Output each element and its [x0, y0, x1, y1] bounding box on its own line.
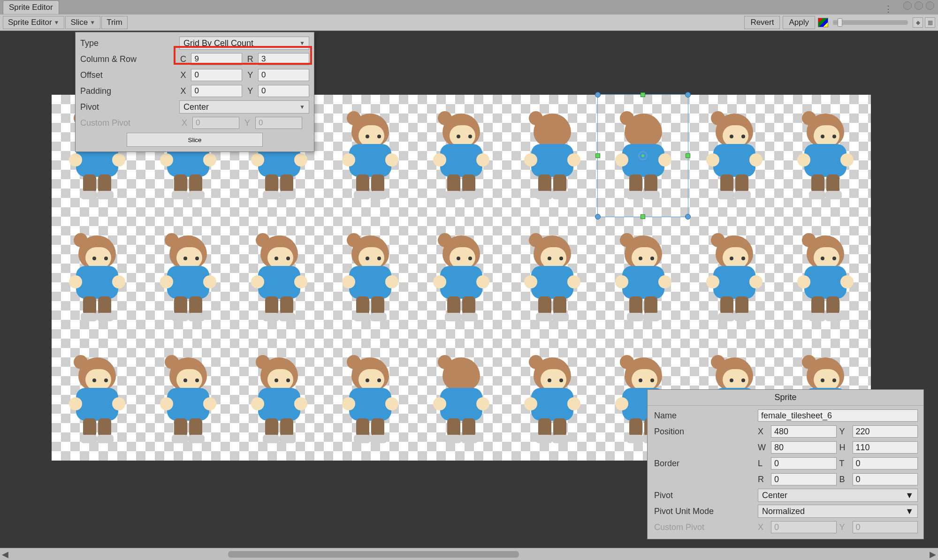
trim-button[interactable]: Trim	[101, 16, 127, 29]
maximize-icon[interactable]	[915, 1, 923, 10]
x-prefix: X	[178, 86, 189, 96]
scroll-left-icon[interactable]: ◀	[0, 549, 10, 560]
sprite-cell[interactable]	[234, 339, 325, 461]
slice-button[interactable]: Slice	[127, 133, 263, 147]
selection-box[interactable]	[597, 94, 688, 217]
sprite-editor-dropdown[interactable]: Sprite Editor ▼	[3, 16, 64, 29]
selection-edge-handle[interactable]	[595, 153, 600, 158]
scroll-track[interactable]	[12, 550, 926, 559]
l-label: L	[758, 459, 769, 469]
offset-y-input[interactable]: 0	[258, 69, 309, 81]
sprite-cell[interactable]	[143, 217, 234, 339]
pivot-dropdown[interactable]: Center ▼	[758, 489, 918, 502]
pivot-label: Pivot	[654, 491, 755, 500]
pivot-unit-value: Normalized	[762, 507, 805, 516]
scroll-right-icon[interactable]: ▶	[928, 549, 938, 560]
border-l-input[interactable]: 0	[771, 457, 837, 469]
column-input[interactable]: 9	[191, 53, 242, 65]
chevron-down-icon: ▼	[299, 40, 305, 46]
minimize-icon[interactable]	[903, 1, 912, 10]
custom-pivot-y-input: 0	[255, 117, 302, 129]
gizmo-icon[interactable]: ◆	[913, 17, 923, 28]
selection-handle[interactable]	[595, 214, 601, 219]
chevron-down-icon: ▼	[54, 19, 60, 26]
alpha-slider[interactable]	[833, 20, 908, 25]
chevron-down-icon: ▼	[299, 104, 305, 110]
type-dropdown[interactable]: Grid By Cell Count ▼	[179, 37, 309, 50]
sprite-cell[interactable]	[507, 95, 598, 217]
toolbar: Sprite Editor ▼ Slice ▼ Trim Revert Appl…	[0, 14, 938, 31]
sprite-cell[interactable]	[416, 95, 507, 217]
pos-y-input[interactable]: 220	[853, 425, 918, 438]
column-prefix: C	[178, 54, 189, 64]
chevron-down-icon: ▼	[905, 491, 914, 500]
selection-handle[interactable]	[685, 92, 691, 98]
sprite-cell[interactable]	[52, 217, 143, 339]
type-label: Type	[80, 38, 176, 48]
offset-x-input[interactable]: 0	[191, 69, 242, 81]
sprite-cell[interactable]	[689, 95, 780, 217]
sprite-cell[interactable]	[780, 217, 871, 339]
sprite-cell[interactable]	[507, 217, 598, 339]
slice-popup: Type Grid By Cell Count ▼ Column & Row C…	[75, 32, 314, 152]
view-icon[interactable]: ▦	[925, 17, 935, 28]
tab-overflow-icon[interactable]: ⋮	[884, 4, 893, 14]
border-b-input[interactable]: 0	[853, 473, 918, 485]
sprite-cell[interactable]	[52, 339, 143, 461]
custom-pivot-label: Custom Pivot	[80, 118, 176, 128]
row-input[interactable]: 3	[258, 53, 309, 65]
custom-pivot-x-input: 0	[192, 117, 239, 129]
slice-dropdown[interactable]: Slice ▼	[65, 16, 100, 29]
selection-handle[interactable]	[595, 92, 601, 98]
horizontal-scrollbar[interactable]: ◀ ▶	[0, 548, 938, 560]
sprite-cell[interactable]	[507, 339, 598, 461]
r-label: R	[758, 475, 769, 484]
revert-button[interactable]: Revert	[744, 16, 780, 29]
color-swatch-icon[interactable]	[818, 18, 828, 27]
window-buttons	[903, 1, 934, 10]
sprite-cell[interactable]	[780, 95, 871, 217]
row-prefix: R	[245, 54, 255, 64]
name-input[interactable]: female_tilesheet_6	[758, 409, 918, 422]
pivot-unit-label: Pivot Unit Mode	[654, 507, 755, 516]
custom-pivot-x-input: 0	[771, 521, 837, 533]
position-label: Position	[654, 427, 755, 437]
column-row-label: Column & Row	[80, 54, 175, 64]
pivot-label: Pivot	[80, 102, 176, 112]
sprite-cell[interactable]	[325, 339, 416, 461]
offset-label: Offset	[80, 70, 175, 80]
pos-x-input[interactable]: 480	[771, 425, 837, 438]
pos-h-input[interactable]: 110	[853, 441, 918, 454]
pos-w-input[interactable]: 80	[771, 441, 837, 454]
border-t-input[interactable]: 0	[853, 457, 918, 469]
pivot-center-icon	[641, 154, 644, 157]
sprite-cell[interactable]	[416, 217, 507, 339]
slider-thumb[interactable]	[838, 18, 842, 27]
name-label: Name	[654, 411, 755, 421]
selection-handle[interactable]	[685, 214, 691, 219]
padding-x-input[interactable]: 0	[191, 85, 242, 97]
sprite-cell[interactable]	[234, 217, 325, 339]
border-r-input[interactable]: 0	[771, 473, 837, 485]
sprite-cell[interactable]	[325, 217, 416, 339]
apply-button[interactable]: Apply	[783, 16, 815, 29]
type-value: Grid By Cell Count	[183, 38, 253, 48]
sprite-cell[interactable]	[416, 339, 507, 461]
padding-y-input[interactable]: 0	[258, 85, 309, 97]
selection-edge-handle[interactable]	[641, 214, 645, 219]
selection-edge-handle[interactable]	[686, 153, 690, 158]
selection-edge-handle[interactable]	[641, 92, 645, 97]
h-label: H	[839, 443, 851, 453]
scroll-thumb[interactable]	[228, 551, 519, 558]
pivot-dropdown[interactable]: Center ▼	[179, 100, 309, 114]
close-icon[interactable]	[926, 1, 934, 10]
sprite-cell[interactable]	[689, 217, 780, 339]
sprite-cell[interactable]	[325, 95, 416, 217]
sprite-cell[interactable]	[598, 217, 689, 339]
pivot-value: Center	[183, 102, 209, 112]
sprite-cell[interactable]	[143, 339, 234, 461]
tab-sprite-editor[interactable]: Sprite Editor	[3, 0, 59, 14]
custom-pivot-y-input: 0	[853, 521, 918, 533]
pivot-unit-dropdown[interactable]: Normalized ▼	[758, 505, 918, 518]
border-label: Border	[654, 459, 755, 469]
